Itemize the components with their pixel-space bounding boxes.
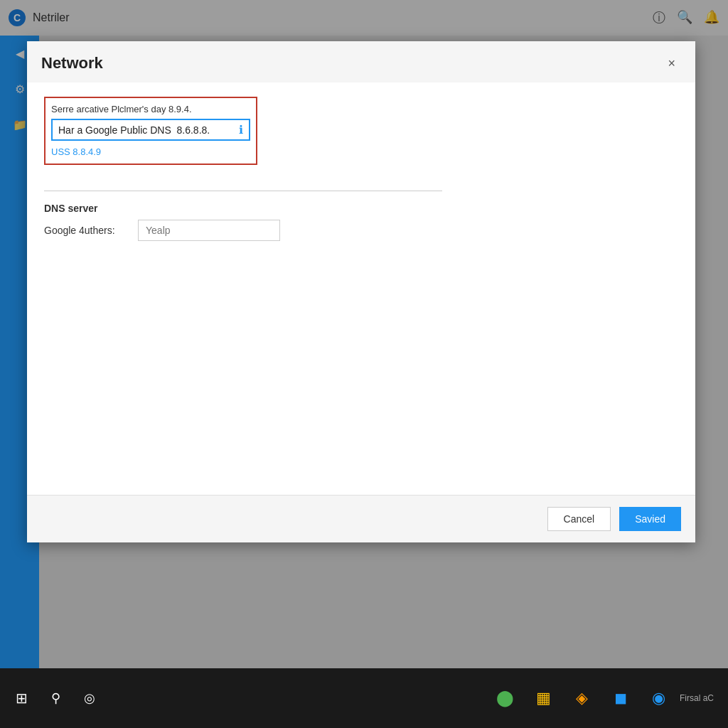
network-dialog: Network × Serre arcative Plclmer's day 8…: [27, 41, 695, 542]
dns-info-icon: ℹ: [239, 123, 243, 136]
taskbar-cortana-button[interactable]: ◎: [74, 682, 105, 714]
dns-selection-box: Serre arcative Plclmer's day 8.9.4. ℹ US…: [44, 97, 257, 165]
dns-server-title: DNS server: [44, 203, 678, 214]
divider: [44, 191, 442, 191]
taskbar-bt[interactable]: ◉: [641, 680, 677, 716]
taskbar-app-2[interactable]: ▦: [526, 680, 562, 716]
taskbar-start-button[interactable]: ⊞: [6, 682, 37, 714]
dns-server-row: Google 4uthers:: [44, 220, 678, 241]
dns-link[interactable]: USS 8.8.4.9: [51, 146, 101, 157]
taskbar: ⊞ ⚲ ◎ ⬤ ▦ ◈ ◼ ◉ Firsal aC: [0, 668, 728, 728]
dns-input-field[interactable]: [58, 124, 239, 136]
dns-server-label: Google 4uthers:: [44, 225, 129, 236]
dialog-close-button[interactable]: ×: [662, 54, 681, 73]
taskbar-app-4[interactable]: ◼: [603, 680, 638, 716]
dns-server-input[interactable]: [138, 220, 280, 241]
taskbar-search-button[interactable]: ⚲: [40, 682, 71, 714]
dialog-footer: Cancel Savied: [27, 495, 695, 542]
dns-input-row[interactable]: ℹ: [51, 119, 250, 141]
taskbar-ie[interactable]: ◈: [564, 680, 600, 716]
dialog-title: Network: [41, 54, 103, 73]
dialog-header: Network ×: [27, 41, 695, 82]
taskbar-chrome[interactable]: ⬤: [488, 680, 523, 716]
dns-server-section: DNS server Google 4uthers:: [44, 203, 678, 241]
dialog-body: Serre arcative Plclmer's day 8.9.4. ℹ US…: [27, 82, 695, 495]
cancel-button[interactable]: Cancel: [547, 507, 611, 531]
save-button[interactable]: Savied: [619, 507, 681, 531]
taskbar-systray: Firsal aC: [680, 693, 722, 703]
dns-option-label: Serre arcative Plclmer's day 8.9.4.: [51, 104, 250, 114]
